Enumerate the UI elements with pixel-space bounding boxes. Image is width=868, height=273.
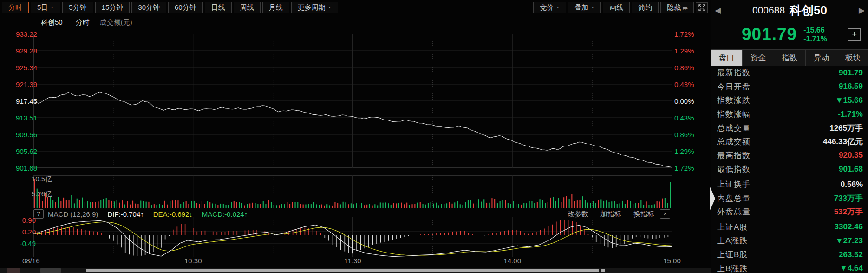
- panel-header: ◀ 000688 科创50 ▶: [711, 0, 868, 20]
- panel-tab-板块[interactable]: 板块: [837, 50, 868, 66]
- quote-row-label: 上证B股: [717, 249, 748, 260]
- period-tab-group: 分时5日▼5分钟15分钟30分钟60分钟日线周线月线更多周期▼: [0, 2, 338, 13]
- macd-axis-label: 0.20: [0, 228, 36, 236]
- quote-row-label: 最高指数: [717, 150, 751, 161]
- current-price: 901.79: [742, 25, 797, 44]
- chart-period-label: 分时: [76, 18, 90, 27]
- percent-axis-label: 0.86%: [674, 64, 711, 72]
- tool-button-隐藏[interactable]: 隐藏▶▶: [660, 2, 694, 13]
- period-tab-分时[interactable]: 分时: [2, 2, 29, 13]
- macd-chart[interactable]: [33, 217, 672, 257]
- double-arrow-icon: ▶▶: [683, 6, 687, 10]
- price-summary: 901.79 -15.66 -1.71% +: [711, 20, 868, 48]
- price-axis-label: 901.68: [0, 164, 37, 172]
- next-stock-arrow-icon[interactable]: ▶: [859, 6, 865, 15]
- panel-tab-资金[interactable]: 资金: [743, 50, 774, 66]
- quote-row: 总成交量1265万手: [711, 121, 868, 135]
- panel-tab-指数[interactable]: 指数: [774, 50, 806, 66]
- macd-axis-label: -0.49: [0, 240, 36, 247]
- panel-tab-异动[interactable]: 异动: [806, 50, 837, 66]
- period-tab-label: 5分钟: [69, 3, 86, 12]
- price-change-pct: -1.71%: [803, 34, 827, 43]
- period-tab-label: 5日: [37, 3, 48, 12]
- quote-row: 最新指数901.79: [711, 66, 868, 80]
- quote-row-label: 总成交额: [717, 136, 751, 147]
- chart-region: 科创50 分时 成交额(元) ? MACD (12,26,9) DIF:-0.7…: [0, 15, 711, 273]
- quote-row-value: 916.59: [839, 82, 863, 91]
- stock-app-window: 分时5日▼5分钟15分钟30分钟60分钟日线周线月线更多周期▼ 竞价▼叠加▼画线…: [0, 0, 868, 273]
- percent-axis-label: 1.29%: [674, 147, 711, 155]
- quote-detail-list: 最新指数901.79今日开盘916.59指数涨跌▼15.66指数涨幅-1.71%…: [711, 66, 868, 273]
- period-tab-5日[interactable]: 5日▼: [31, 2, 60, 13]
- prev-stock-arrow-icon[interactable]: ◀: [715, 6, 721, 15]
- horizontal-scrollbar[interactable]: [86, 269, 599, 272]
- tool-button-group: 竞价▼叠加▼画线简约隐藏▶▶: [531, 2, 694, 13]
- period-tab-15分钟[interactable]: 15分钟: [95, 2, 130, 13]
- price-axis-label: 913.51: [0, 114, 37, 122]
- price-axis-label: 929.28: [0, 47, 37, 55]
- quote-row-value: 1265万手: [829, 123, 863, 133]
- tool-button-label: 简约: [638, 3, 652, 12]
- tool-button-label: 叠加: [574, 3, 588, 12]
- price-change: -15.66: [803, 26, 827, 34]
- volume-chart[interactable]: [33, 175, 672, 208]
- tool-button-叠加[interactable]: 叠加▼: [568, 2, 601, 13]
- quote-row-value: 532万手: [834, 206, 863, 217]
- quote-row-value: 263.52: [839, 250, 863, 260]
- period-tab-月线[interactable]: 月线: [262, 2, 289, 13]
- period-toolbar: 分时5日▼5分钟15分钟30分钟60分钟日线周线月线更多周期▼ 竞价▼叠加▼画线…: [0, 0, 711, 15]
- quote-row-label: 上证A股: [717, 222, 748, 233]
- period-tab-label: 30分钟: [138, 3, 160, 12]
- divider: [711, 220, 868, 220]
- scrollbar-end-button[interactable]: [601, 269, 605, 272]
- period-tab-label: 60分钟: [175, 3, 196, 12]
- fullscreen-icon[interactable]: [696, 2, 708, 13]
- tool-button-label: 画线: [609, 3, 623, 12]
- quote-row-value: 920.35: [839, 151, 863, 160]
- quote-row-label: 今日开盘: [717, 81, 751, 92]
- quote-row-value: -1.71%: [838, 110, 863, 119]
- period-tab-label: 周线: [240, 3, 254, 12]
- period-tab-周线[interactable]: 周线: [234, 2, 261, 13]
- quote-row-value: 3302.46: [835, 222, 863, 232]
- desktop-icon-fragment: [7, 268, 20, 273]
- quote-panel: ◀ 000688 科创50 ▶ 901.79 -15.66 -1.71% + 盘…: [711, 0, 868, 273]
- stock-name: 科创50: [790, 2, 827, 19]
- period-tab-更多周期[interactable]: 更多周期▼: [291, 2, 338, 13]
- quote-row-value: 446.33亿元: [823, 136, 863, 147]
- volume-axis-label: 10.5亿: [0, 175, 52, 183]
- period-tab-30分钟[interactable]: 30分钟: [131, 2, 166, 13]
- tool-button-简约[interactable]: 简约: [632, 2, 659, 13]
- quote-row-label: 指数涨跌: [717, 95, 751, 106]
- period-tab-5分钟[interactable]: 5分钟: [62, 2, 93, 13]
- tool-button-竞价[interactable]: 竞价▼: [533, 2, 566, 13]
- period-tab-label: 分时: [8, 3, 22, 12]
- percent-axis-label: 1.29%: [674, 47, 711, 55]
- time-axis-label: 15:00: [658, 257, 686, 265]
- panel-tab-盘口[interactable]: 盘口: [711, 50, 743, 66]
- price-chart[interactable]: [33, 34, 672, 168]
- quote-row: 上证换手0.56%: [711, 178, 868, 192]
- tool-button-画线[interactable]: 画线: [603, 2, 630, 13]
- period-tab-label: 更多周期: [298, 3, 326, 12]
- chevron-down-icon: ▼: [591, 6, 594, 9]
- quote-row-value: ▼4.64: [840, 264, 863, 273]
- period-tab-60分钟[interactable]: 60分钟: [168, 2, 203, 13]
- period-tab-label: 月线: [269, 3, 283, 12]
- divider: [711, 177, 868, 177]
- volume-axis-label: 5.26亿: [0, 190, 52, 198]
- time-axis-label: 14:00: [498, 257, 526, 265]
- price-axis-label: 933.22: [0, 30, 37, 38]
- add-to-watchlist-button[interactable]: +: [848, 28, 861, 41]
- quote-row-value: 901.68: [839, 165, 863, 174]
- percent-axis-label: 0.43%: [674, 114, 711, 122]
- period-tab-日线[interactable]: 日线: [205, 2, 232, 13]
- tool-button-label: 竞价: [540, 3, 554, 12]
- quote-row-label: 上A涨跌: [717, 235, 748, 246]
- quote-row-label: 外盘总量: [717, 206, 751, 217]
- time-axis-label: 10:30: [179, 257, 207, 265]
- quote-row: 上证B股263.52: [711, 248, 868, 262]
- quote-row: 内盘总量733万手: [711, 191, 868, 205]
- panel-collapse-handle[interactable]: [710, 186, 716, 211]
- stock-code: 000688: [752, 5, 785, 16]
